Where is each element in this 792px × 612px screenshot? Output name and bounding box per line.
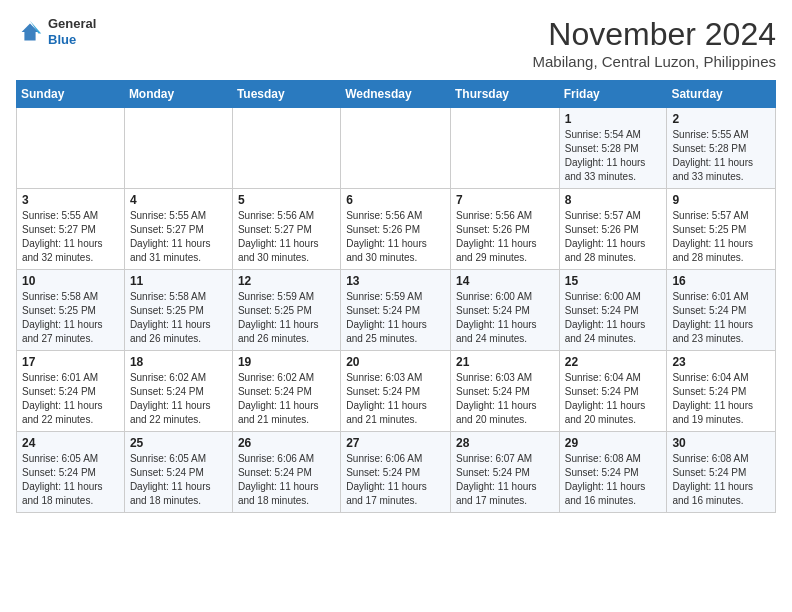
day-info: Sunrise: 5:54 AM Sunset: 5:28 PM Dayligh… (565, 128, 662, 184)
logo: General Blue (16, 16, 96, 47)
day-info: Sunrise: 5:57 AM Sunset: 5:25 PM Dayligh… (672, 209, 770, 265)
calendar-cell: 24Sunrise: 6:05 AM Sunset: 5:24 PM Dayli… (17, 432, 125, 513)
day-number: 2 (672, 112, 770, 126)
day-info: Sunrise: 5:55 AM Sunset: 5:27 PM Dayligh… (130, 209, 227, 265)
calendar-cell: 13Sunrise: 5:59 AM Sunset: 5:24 PM Dayli… (341, 270, 451, 351)
day-number: 23 (672, 355, 770, 369)
day-number: 19 (238, 355, 335, 369)
calendar-table: SundayMondayTuesdayWednesdayThursdayFrid… (16, 80, 776, 513)
calendar-cell (232, 108, 340, 189)
day-info: Sunrise: 6:07 AM Sunset: 5:24 PM Dayligh… (456, 452, 554, 508)
week-row-2: 3Sunrise: 5:55 AM Sunset: 5:27 PM Daylig… (17, 189, 776, 270)
day-number: 7 (456, 193, 554, 207)
weekday-header-tuesday: Tuesday (232, 81, 340, 108)
day-info: Sunrise: 5:57 AM Sunset: 5:26 PM Dayligh… (565, 209, 662, 265)
day-number: 30 (672, 436, 770, 450)
calendar-cell: 10Sunrise: 5:58 AM Sunset: 5:25 PM Dayli… (17, 270, 125, 351)
weekday-header-friday: Friday (559, 81, 667, 108)
day-number: 21 (456, 355, 554, 369)
day-info: Sunrise: 5:56 AM Sunset: 5:26 PM Dayligh… (346, 209, 445, 265)
day-number: 12 (238, 274, 335, 288)
location-subtitle: Mabilang, Central Luzon, Philippines (533, 53, 776, 70)
weekday-header-sunday: Sunday (17, 81, 125, 108)
day-number: 10 (22, 274, 119, 288)
day-info: Sunrise: 6:04 AM Sunset: 5:24 PM Dayligh… (565, 371, 662, 427)
day-number: 13 (346, 274, 445, 288)
calendar-cell: 14Sunrise: 6:00 AM Sunset: 5:24 PM Dayli… (450, 270, 559, 351)
day-number: 15 (565, 274, 662, 288)
calendar-cell: 21Sunrise: 6:03 AM Sunset: 5:24 PM Dayli… (450, 351, 559, 432)
day-number: 22 (565, 355, 662, 369)
calendar-cell: 20Sunrise: 6:03 AM Sunset: 5:24 PM Dayli… (341, 351, 451, 432)
day-number: 27 (346, 436, 445, 450)
calendar-cell (450, 108, 559, 189)
calendar-cell: 8Sunrise: 5:57 AM Sunset: 5:26 PM Daylig… (559, 189, 667, 270)
calendar-cell (124, 108, 232, 189)
day-number: 26 (238, 436, 335, 450)
weekday-header-monday: Monday (124, 81, 232, 108)
calendar-cell: 28Sunrise: 6:07 AM Sunset: 5:24 PM Dayli… (450, 432, 559, 513)
calendar-cell (17, 108, 125, 189)
day-info: Sunrise: 6:01 AM Sunset: 5:24 PM Dayligh… (22, 371, 119, 427)
day-number: 1 (565, 112, 662, 126)
logo-text: General Blue (48, 16, 96, 47)
week-row-5: 24Sunrise: 6:05 AM Sunset: 5:24 PM Dayli… (17, 432, 776, 513)
calendar-cell: 16Sunrise: 6:01 AM Sunset: 5:24 PM Dayli… (667, 270, 776, 351)
calendar-cell: 11Sunrise: 5:58 AM Sunset: 5:25 PM Dayli… (124, 270, 232, 351)
day-info: Sunrise: 5:58 AM Sunset: 5:25 PM Dayligh… (130, 290, 227, 346)
day-info: Sunrise: 6:06 AM Sunset: 5:24 PM Dayligh… (238, 452, 335, 508)
day-number: 5 (238, 193, 335, 207)
calendar-cell: 23Sunrise: 6:04 AM Sunset: 5:24 PM Dayli… (667, 351, 776, 432)
logo-blue: Blue (48, 32, 96, 48)
week-row-1: 1Sunrise: 5:54 AM Sunset: 5:28 PM Daylig… (17, 108, 776, 189)
day-info: Sunrise: 5:56 AM Sunset: 5:27 PM Dayligh… (238, 209, 335, 265)
calendar-cell: 12Sunrise: 5:59 AM Sunset: 5:25 PM Dayli… (232, 270, 340, 351)
weekday-header-row: SundayMondayTuesdayWednesdayThursdayFrid… (17, 81, 776, 108)
day-number: 20 (346, 355, 445, 369)
day-number: 4 (130, 193, 227, 207)
day-number: 3 (22, 193, 119, 207)
day-number: 6 (346, 193, 445, 207)
day-info: Sunrise: 6:02 AM Sunset: 5:24 PM Dayligh… (238, 371, 335, 427)
day-info: Sunrise: 6:02 AM Sunset: 5:24 PM Dayligh… (130, 371, 227, 427)
day-info: Sunrise: 5:59 AM Sunset: 5:24 PM Dayligh… (346, 290, 445, 346)
day-info: Sunrise: 6:03 AM Sunset: 5:24 PM Dayligh… (456, 371, 554, 427)
calendar-cell: 9Sunrise: 5:57 AM Sunset: 5:25 PM Daylig… (667, 189, 776, 270)
day-number: 28 (456, 436, 554, 450)
day-info: Sunrise: 6:00 AM Sunset: 5:24 PM Dayligh… (565, 290, 662, 346)
day-number: 16 (672, 274, 770, 288)
weekday-header-wednesday: Wednesday (341, 81, 451, 108)
day-number: 25 (130, 436, 227, 450)
calendar-cell: 29Sunrise: 6:08 AM Sunset: 5:24 PM Dayli… (559, 432, 667, 513)
day-number: 11 (130, 274, 227, 288)
day-number: 18 (130, 355, 227, 369)
logo-icon (16, 18, 44, 46)
logo-general: General (48, 16, 96, 32)
day-info: Sunrise: 5:55 AM Sunset: 5:28 PM Dayligh… (672, 128, 770, 184)
calendar-cell: 2Sunrise: 5:55 AM Sunset: 5:28 PM Daylig… (667, 108, 776, 189)
day-info: Sunrise: 6:05 AM Sunset: 5:24 PM Dayligh… (22, 452, 119, 508)
calendar-cell: 7Sunrise: 5:56 AM Sunset: 5:26 PM Daylig… (450, 189, 559, 270)
calendar-cell: 6Sunrise: 5:56 AM Sunset: 5:26 PM Daylig… (341, 189, 451, 270)
page-header: General Blue November 2024 Mabilang, Cen… (16, 16, 776, 70)
calendar-cell: 15Sunrise: 6:00 AM Sunset: 5:24 PM Dayli… (559, 270, 667, 351)
day-info: Sunrise: 6:05 AM Sunset: 5:24 PM Dayligh… (130, 452, 227, 508)
weekday-header-thursday: Thursday (450, 81, 559, 108)
day-number: 8 (565, 193, 662, 207)
day-info: Sunrise: 6:03 AM Sunset: 5:24 PM Dayligh… (346, 371, 445, 427)
day-number: 14 (456, 274, 554, 288)
day-info: Sunrise: 5:56 AM Sunset: 5:26 PM Dayligh… (456, 209, 554, 265)
day-number: 9 (672, 193, 770, 207)
weekday-header-saturday: Saturday (667, 81, 776, 108)
calendar-cell: 17Sunrise: 6:01 AM Sunset: 5:24 PM Dayli… (17, 351, 125, 432)
day-info: Sunrise: 6:06 AM Sunset: 5:24 PM Dayligh… (346, 452, 445, 508)
calendar-cell: 26Sunrise: 6:06 AM Sunset: 5:24 PM Dayli… (232, 432, 340, 513)
calendar-cell: 19Sunrise: 6:02 AM Sunset: 5:24 PM Dayli… (232, 351, 340, 432)
day-info: Sunrise: 6:01 AM Sunset: 5:24 PM Dayligh… (672, 290, 770, 346)
day-number: 29 (565, 436, 662, 450)
calendar-cell: 1Sunrise: 5:54 AM Sunset: 5:28 PM Daylig… (559, 108, 667, 189)
calendar-cell (341, 108, 451, 189)
day-info: Sunrise: 6:00 AM Sunset: 5:24 PM Dayligh… (456, 290, 554, 346)
day-info: Sunrise: 5:58 AM Sunset: 5:25 PM Dayligh… (22, 290, 119, 346)
month-year-title: November 2024 (533, 16, 776, 53)
